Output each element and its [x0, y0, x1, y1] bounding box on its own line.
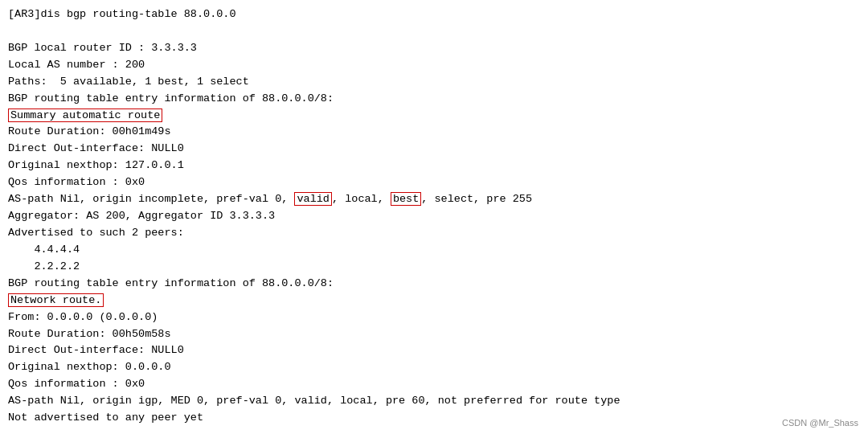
- line-entry2: BGP routing table entry information of 8…: [8, 276, 860, 293]
- line-advertised: Advertised to such 2 peers:: [8, 225, 860, 242]
- line-peer2: 2.2.2.2: [8, 259, 860, 276]
- line-qos1: Qos information : 0x0: [8, 174, 860, 191]
- line-cmd: [AR3]dis bgp routing-table 88.0.0.0: [8, 6, 860, 23]
- line-direct-out2: Direct Out-interface: NULL0: [8, 342, 860, 359]
- line-summary-route: Summary automatic route: [8, 108, 860, 125]
- line-route-duration2: Route Duration: 00h50m58s: [8, 326, 860, 343]
- line-aspath1: AS-path Nil, origin incomplete, pref-val…: [8, 191, 860, 208]
- line-aspath2: AS-path Nil, origin igp, MED 0, pref-val…: [8, 393, 860, 410]
- line-peer1: 4.4.4.4: [8, 242, 860, 259]
- network-route-box: Network route.: [8, 293, 104, 307]
- line-route-duration1: Route Duration: 00h01m49s: [8, 124, 860, 141]
- line-router-id: BGP local router ID : 3.3.3.3: [8, 40, 860, 57]
- summary-route-box: Summary automatic route: [8, 108, 162, 122]
- valid-box: valid: [294, 192, 332, 206]
- line-not-advertised: Not advertised to any peer yet: [8, 410, 860, 427]
- line-paths: Paths: 5 available, 1 best, 1 select: [8, 74, 860, 91]
- line-network-route: Network route.: [8, 293, 860, 309]
- line-aggregator: Aggregator: AS 200, Aggregator ID 3.3.3.…: [8, 208, 860, 225]
- line-direct-out1: Direct Out-interface: NULL0: [8, 141, 860, 158]
- line-from: From: 0.0.0.0 (0.0.0.0): [8, 309, 860, 326]
- watermark: CSDN @Mr_Shass: [782, 418, 858, 428]
- line-qos2: Qos information : 0x0: [8, 376, 860, 393]
- line-original-nexthop1: Original nexthop: 127.0.0.1: [8, 158, 860, 174]
- best-box: best: [391, 192, 421, 206]
- line-original-nexthop2: Original nexthop: 0.0.0.0: [8, 359, 860, 376]
- line-entry1: BGP routing table entry information of 8…: [8, 91, 860, 108]
- terminal-output: [AR3]dis bgp routing-table 88.0.0.0 BGP …: [0, 0, 868, 434]
- line-blank1: [8, 23, 860, 40]
- line-local-as: Local AS number : 200: [8, 57, 860, 74]
